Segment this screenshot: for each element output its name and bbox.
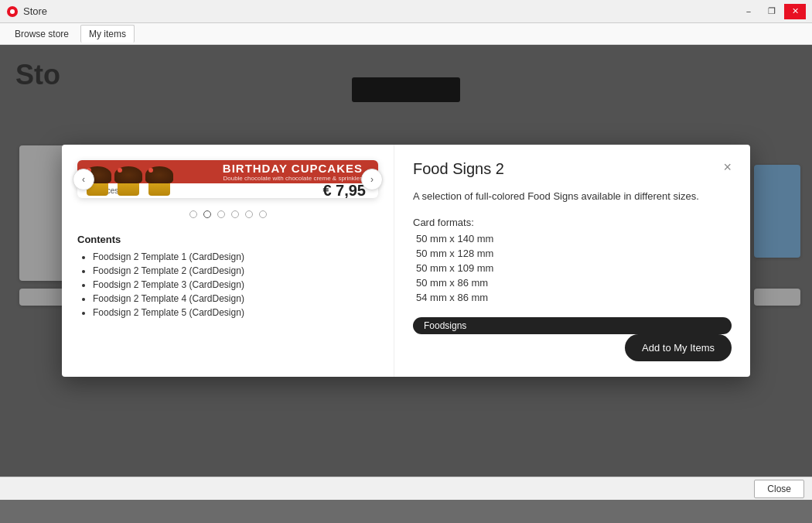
cupcake-subtitle: Double chocolate with chocolate creme & … xyxy=(223,175,363,182)
dot-3[interactable] xyxy=(231,210,239,218)
card-header: BIRTHDAY CUPCAKES Double chocolate with … xyxy=(77,160,378,183)
contents-section: Contents Foodsign 2 Template 1 (CardDesi… xyxy=(77,234,378,321)
app-icon xyxy=(6,5,19,18)
format-item-0: 50 mm x 140 mm xyxy=(413,233,732,244)
titlebar: Store − ❐ ✕ xyxy=(0,0,812,23)
list-item: Foodsign 2 Template 1 (CardDesign) xyxy=(93,251,378,262)
modal-footer: Add to My Items xyxy=(413,334,732,361)
carousel: ‹ xyxy=(77,160,378,198)
contents-list: Foodsign 2 Template 1 (CardDesign) Foods… xyxy=(77,251,378,318)
minimize-button[interactable]: − xyxy=(738,4,759,19)
titlebar-controls: − ❐ ✕ xyxy=(738,4,806,19)
bottom-bar: Close xyxy=(0,477,812,500)
card-formats-title: Card formats: xyxy=(413,217,732,228)
format-item-3: 50 mm x 86 mm xyxy=(413,277,732,289)
add-to-my-items-button[interactable]: Add to My Items xyxy=(625,334,732,361)
tab-browse-store[interactable]: Browse store xyxy=(6,25,77,43)
cupcake-price: € 7,95 xyxy=(322,182,366,198)
modal-title: Food Signs 2 xyxy=(413,160,504,178)
format-item-4: 54 mm x 86 mm xyxy=(413,292,732,303)
format-item-1: 50 mm x 128 mm xyxy=(413,248,732,259)
dot-1[interactable] xyxy=(203,210,211,218)
list-item: Foodsign 2 Template 3 (CardDesign) xyxy=(93,279,378,290)
carousel-dots xyxy=(189,210,267,218)
modal-left-panel: ‹ xyxy=(62,145,394,377)
tab-my-items[interactable]: My items xyxy=(80,25,135,43)
close-window-button[interactable]: ✕ xyxy=(784,4,806,19)
cupcake-3 xyxy=(145,166,173,197)
restore-button[interactable]: ❐ xyxy=(761,4,783,19)
cupcake-bottom-2 xyxy=(118,183,139,196)
main-area: Sto ‹ xyxy=(0,45,812,500)
dot-2[interactable] xyxy=(217,210,225,218)
modal-right-panel: Food Signs 2 × A selection of full-color… xyxy=(394,145,750,377)
dot-5[interactable] xyxy=(259,210,267,218)
foodsigns-tag[interactable]: Foodsigns xyxy=(413,317,732,334)
close-bottom-button[interactable]: Close xyxy=(754,480,804,498)
modal-close-button[interactable]: × xyxy=(723,160,732,174)
product-image: BIRTHDAY CUPCAKES Double chocolate with … xyxy=(77,160,378,198)
contents-title: Contents xyxy=(77,234,378,245)
modal-overlay: ‹ xyxy=(0,45,812,477)
svg-point-1 xyxy=(10,9,15,14)
cupcake-top-3 xyxy=(145,166,173,183)
modal-header: Food Signs 2 × xyxy=(413,160,732,178)
menubar: Browse store My items xyxy=(0,23,812,45)
cupcake-visual xyxy=(84,166,173,197)
dot-0[interactable] xyxy=(189,210,197,218)
format-item-2: 50 mm x 109 mm xyxy=(413,262,732,274)
cupcake-top-2 xyxy=(114,166,142,183)
list-item: Foodsign 2 Template 2 (CardDesign) xyxy=(93,265,378,276)
carousel-next-button[interactable]: › xyxy=(361,169,383,190)
list-item: Foodsign 2 Template 4 (CardDesign) xyxy=(93,293,378,304)
cupcake-bottom-3 xyxy=(148,183,170,196)
dot-4[interactable] xyxy=(245,210,253,218)
modal-description: A selection of full-colored Food Signs a… xyxy=(413,189,732,204)
cupcake-2 xyxy=(114,166,142,197)
card-formats-section: Card formats: 50 mm x 140 mm 50 mm x 128… xyxy=(413,217,732,306)
list-item: Foodsign 2 Template 5 (CardDesign) xyxy=(93,307,378,318)
titlebar-title: Store xyxy=(23,5,738,17)
cupcake-title: BIRTHDAY CUPCAKES xyxy=(223,162,363,175)
modal-dialog: ‹ xyxy=(62,145,750,377)
carousel-prev-button[interactable]: ‹ xyxy=(73,169,94,190)
